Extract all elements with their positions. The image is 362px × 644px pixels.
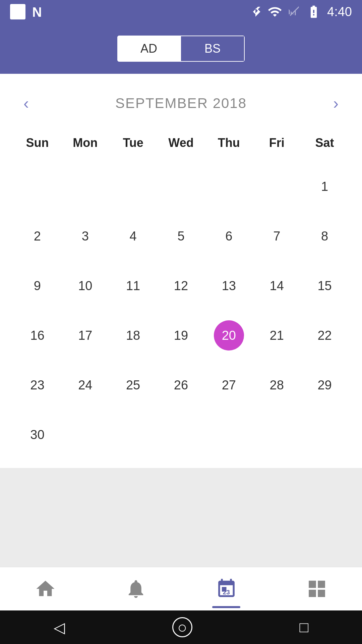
status-bar: N 4:40 [0, 0, 362, 23]
status-bar-left: N [10, 3, 47, 20]
calendar-cell[interactable]: 27 [205, 362, 253, 408]
home-icon [35, 578, 56, 600]
calendar-cell [61, 412, 109, 458]
calendar-cell[interactable]: 30 [13, 412, 61, 458]
calendar-cell[interactable]: 2 [13, 213, 61, 259]
calendar-cell [157, 163, 205, 210]
wifi-icon [267, 4, 282, 19]
bluetooth-icon [249, 4, 261, 19]
battery-icon [306, 4, 321, 19]
calendar-cell[interactable]: 13 [205, 263, 253, 309]
day-header-tue: Tue [109, 129, 157, 157]
toggle-bs-button[interactable]: BS [180, 36, 245, 62]
calendar-cell [109, 163, 157, 210]
day-header-sun: Sun [13, 129, 61, 157]
toggle-ad-button[interactable]: AD [117, 36, 180, 62]
calendar-cell [205, 163, 253, 210]
calendar-cell [253, 412, 301, 458]
calendar-cell [301, 412, 349, 458]
calendar-cell [13, 163, 61, 210]
calendar-cell[interactable]: 6 [205, 213, 253, 259]
calendar-cell [205, 412, 253, 458]
calendar-cell[interactable]: 5 [157, 213, 205, 259]
calendar-cell[interactable]: 9 [13, 263, 61, 309]
n-icon: N [31, 3, 47, 20]
day-header-wed: Wed [157, 129, 205, 157]
calendar-cell[interactable]: 12 [157, 263, 205, 309]
android-nav: ◁ ○ □ [0, 610, 362, 644]
nav-item-grid[interactable] [299, 575, 335, 603]
status-bar-right: 4:40 [249, 4, 352, 19]
day-header-sat: Sat [301, 129, 349, 157]
calendar-cell[interactable]: 16 [13, 312, 61, 359]
calendar-cell[interactable]: 3 [61, 213, 109, 259]
nav-item-notifications[interactable] [118, 575, 154, 603]
day-headers: Sun Mon Tue Wed Thu Fri Sat [13, 129, 349, 157]
day-header-thu: Thu [205, 129, 253, 157]
calendar-cell[interactable]: 15 [301, 263, 349, 309]
recent-button[interactable]: □ [299, 619, 308, 636]
calendar-cell[interactable]: 19 [157, 312, 205, 359]
calendar-section: ‹ SEPTEMBER 2018 › Sun Mon Tue Wed Thu F… [0, 74, 362, 468]
calendar-cell[interactable]: 14 [253, 263, 301, 309]
calendar-cell [61, 163, 109, 210]
calendar-cell[interactable]: 25 [109, 362, 157, 408]
nav-item-home[interactable] [28, 575, 63, 603]
month-navigation: ‹ SEPTEMBER 2018 › [13, 84, 349, 129]
svg-text:23: 23 [223, 589, 230, 596]
grid-icon [306, 578, 328, 600]
calendar-cell [109, 412, 157, 458]
calendar-cell[interactable]: 1 [301, 163, 349, 210]
calendar-cell [253, 163, 301, 210]
calendar-cell[interactable]: 11 [109, 263, 157, 309]
status-time: 4:40 [327, 5, 352, 19]
prev-month-button[interactable]: ‹ [17, 91, 36, 116]
calendar-cell[interactable]: 22 [301, 312, 349, 359]
top-header: AD BS [0, 23, 362, 74]
calendar-cell [157, 412, 205, 458]
calendar-cell[interactable]: 4 [109, 213, 157, 259]
back-button[interactable]: ◁ [54, 619, 65, 636]
calendar-grid: 1234567891011121314151617181920212223242… [13, 163, 349, 458]
calendar-cell[interactable]: 28 [253, 362, 301, 408]
calendar-cell[interactable]: 26 [157, 362, 205, 408]
month-title: SEPTEMBER 2018 [115, 95, 247, 111]
calendar-cell[interactable]: 18 [109, 312, 157, 359]
signal-off-icon [288, 4, 300, 19]
toggle-container[interactable]: AD BS [117, 36, 245, 62]
day-header-fri: Fri [253, 129, 301, 157]
calendar-cell[interactable]: 29 [301, 362, 349, 408]
next-month-button[interactable]: › [326, 91, 345, 116]
calendar-cell[interactable]: 20 [205, 312, 253, 359]
app-icon [10, 4, 25, 19]
calendar-cell[interactable]: 17 [61, 312, 109, 359]
calendar-cell[interactable]: 7 [253, 213, 301, 259]
day-header-mon: Mon [61, 129, 109, 157]
home-button[interactable]: ○ [172, 617, 192, 637]
calendar-cell[interactable]: 8 [301, 213, 349, 259]
calendar-cell[interactable]: 23 [13, 362, 61, 408]
bell-icon [125, 578, 147, 600]
bottom-nav: 23 [0, 567, 362, 610]
calendar-cell[interactable]: 21 [253, 312, 301, 359]
calendar-icon: 23 [216, 578, 237, 600]
calendar-cell[interactable]: 10 [61, 263, 109, 309]
nav-item-calendar[interactable]: 23 [209, 575, 244, 603]
svg-text:N: N [32, 5, 42, 19]
calendar-cell[interactable]: 24 [61, 362, 109, 408]
